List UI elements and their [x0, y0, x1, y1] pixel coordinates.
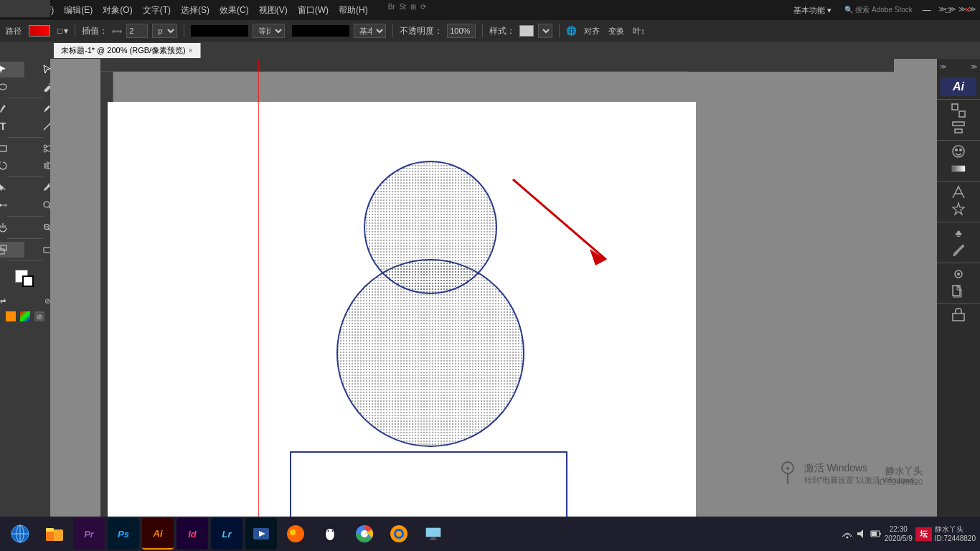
opacity-label: 不透明度： [400, 25, 443, 37]
eyedropper-tool[interactable] [26, 180, 50, 196]
panel-paint-btn[interactable] [941, 242, 976, 258]
panel-collapse-right[interactable]: ≫ [971, 63, 977, 70]
panel-ai-button[interactable]: Ai [941, 77, 976, 96]
clock-date: 2020/5/9 [885, 534, 913, 543]
pen-tool[interactable] [0, 101, 24, 117]
magic-wand-tool[interactable] [26, 79, 50, 95]
taskbar-browser-icon[interactable] [4, 518, 36, 550]
menu-help[interactable]: 帮助(H) [334, 3, 372, 18]
zoom-tool[interactable] [26, 197, 50, 213]
svg-point-70 [396, 531, 402, 537]
panel-gradient-btn[interactable] [941, 161, 976, 176]
rect2-tool[interactable] [26, 242, 50, 258]
panel-collapse-btn[interactable]: ≫ [938, 5, 946, 13]
svg-point-75 [846, 537, 848, 539]
panel-extra-btn[interactable] [941, 307, 976, 323]
minimize-button[interactable]: — [918, 5, 936, 15]
menu-effect[interactable]: 效果(C) [215, 3, 253, 18]
transform-label: 变换 [608, 26, 624, 37]
shape-dropdown[interactable]: ▾ [64, 26, 68, 36]
taskbar-indesign-icon[interactable]: Id [176, 518, 208, 550]
toolbar-sep-2 [184, 24, 184, 37]
default-colors-btn[interactable]: ⊘ [26, 293, 50, 309]
svg-rect-22 [1, 245, 6, 250]
blend-tool[interactable] [0, 197, 24, 213]
panel-export-btn[interactable] [941, 283, 976, 299]
shape-builder-tool[interactable] [0, 242, 24, 258]
panel-nav-btn[interactable]: ♣ [941, 225, 976, 241]
color-btn[interactable] [6, 311, 16, 321]
menu-edit[interactable]: 编辑(E) [60, 3, 97, 18]
svg-point-27 [337, 260, 524, 446]
svg-rect-74 [429, 540, 438, 540]
taskbar-orange-icon[interactable] [280, 518, 311, 550]
none-btn[interactable]: ⊘ [34, 311, 44, 321]
drawing-canvas [108, 102, 696, 529]
selection-tools [0, 62, 50, 77]
swap-colors-btn[interactable]: ⇄ [0, 293, 24, 309]
tool-sep-4 [7, 216, 43, 217]
panel-section-1 [937, 99, 980, 138]
stroke-color-preview[interactable] [29, 25, 50, 37]
stroke-swatch[interactable] [22, 276, 34, 287]
direct-select-tool[interactable] [26, 62, 50, 77]
opacity-input[interactable] [447, 24, 476, 38]
panel-collapse-left[interactable]: ≫ [940, 63, 946, 70]
taskbar-files-icon[interactable] [39, 518, 70, 550]
taskbar-firefox-icon[interactable] [383, 518, 415, 550]
main-toolbar: 路径 □ ▾ 插值： ⟺ pt 等比 基本 不透明度： 样式： ▾ 🌐 对齐 变… [0, 20, 980, 42]
panel-expand-btn[interactable]: ≫ [948, 5, 956, 13]
forum-logo: 坛 [915, 527, 932, 541]
taskbar-photoshop-icon[interactable]: Ps [108, 518, 139, 550]
lasso-tool[interactable] [0, 79, 24, 95]
taskbar-monitor-icon[interactable] [418, 518, 449, 550]
style-label: 样式： [489, 25, 515, 37]
panel-appear-btn[interactable] [941, 184, 976, 200]
style-preview[interactable] [519, 25, 534, 37]
taskbar-encoder-icon[interactable] [245, 518, 277, 550]
line-tool[interactable] [26, 118, 50, 134]
scissors-tool[interactable] [26, 141, 50, 156]
stroke-size-input[interactable] [126, 24, 148, 38]
panel-align-btn[interactable] [941, 120, 976, 136]
stroke-unit-select[interactable]: pt [152, 24, 177, 38]
reflect-tool[interactable] [26, 158, 50, 174]
panel-symbols-btn[interactable] [941, 202, 976, 217]
artboard[interactable] [108, 102, 696, 529]
panel-color-btn[interactable] [941, 143, 976, 159]
win-activate-title: 激活 Windows [804, 462, 923, 475]
panel-menu-btn[interactable]: ≫ [958, 5, 966, 13]
menu-view[interactable]: 视图(V) [255, 3, 292, 18]
paintbucket-tool[interactable] [0, 180, 24, 196]
taskbar-illustrator-icon[interactable]: Ai [142, 518, 174, 550]
menu-text[interactable]: 文字(T) [138, 3, 175, 18]
style-select[interactable]: ▾ [538, 24, 552, 38]
select-tool[interactable] [0, 62, 24, 77]
menu-select[interactable]: 选择(S) [176, 3, 214, 18]
taskbar-chrome-icon[interactable] [349, 518, 380, 550]
panel-transform-btn[interactable] [941, 103, 976, 118]
pencil-tool[interactable] [26, 101, 50, 117]
svg-point-45 [957, 273, 960, 276]
zoom2-tool[interactable] [26, 220, 50, 235]
stroke-style-select[interactable]: 基本 [354, 24, 386, 38]
workspace-label[interactable]: 基本功能 ▾ [793, 5, 831, 16]
hand-tool[interactable] [0, 220, 24, 235]
tab-close-button[interactable]: × [189, 47, 193, 55]
rectangle-tool[interactable] [0, 141, 24, 156]
taskbar-lightroom-icon[interactable]: Lr [211, 518, 242, 550]
forum-logo-text: 坛 [920, 529, 928, 540]
canvas-area[interactable]: 激活 Windows 转到"电脑设置"以激活 Windows。 静水丫头 ID:… [50, 59, 937, 529]
rotate-tool[interactable] [0, 158, 24, 174]
menu-window[interactable]: 窗口(W) [293, 3, 333, 18]
panel-view-btn[interactable] [941, 266, 976, 282]
taskbar-penguin-icon[interactable] [314, 518, 346, 550]
panel-right-btn[interactable]: ≫ [969, 5, 976, 13]
document-tab[interactable]: 未标题-1* @ 200% (RGB/像素预览) × [54, 43, 201, 58]
menu-object[interactable]: 对象(O) [98, 3, 136, 18]
taskbar-premiere-icon[interactable]: Pr [73, 518, 105, 550]
svg-rect-38 [955, 129, 962, 133]
type-tool[interactable]: T [0, 118, 24, 134]
gradient-btn[interactable] [20, 311, 30, 321]
stroke-type-select[interactable]: 等比 [253, 24, 285, 38]
